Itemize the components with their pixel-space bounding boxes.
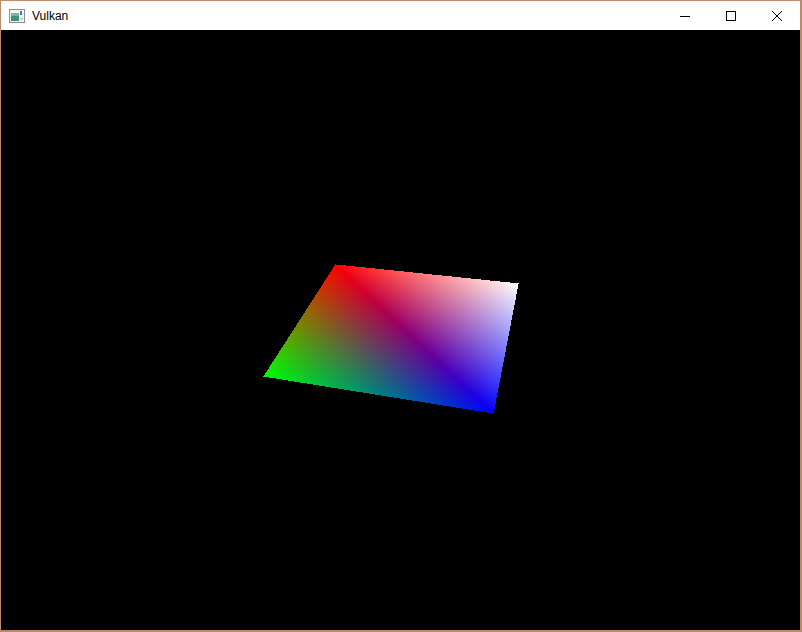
minimize-button[interactable] [662,1,708,30]
maximize-icon [725,10,737,22]
render-viewport [1,30,800,630]
close-button[interactable] [754,1,800,30]
titlebar[interactable]: Vulkan [1,1,800,30]
window-title: Vulkan [32,9,68,23]
app-icon[interactable] [9,8,25,24]
close-icon [771,10,783,22]
minimize-icon [679,10,691,22]
vulkan-window: Vulkan [0,0,802,632]
application-window-icon [9,8,25,24]
caption-buttons [662,1,800,30]
maximize-button[interactable] [708,1,754,30]
